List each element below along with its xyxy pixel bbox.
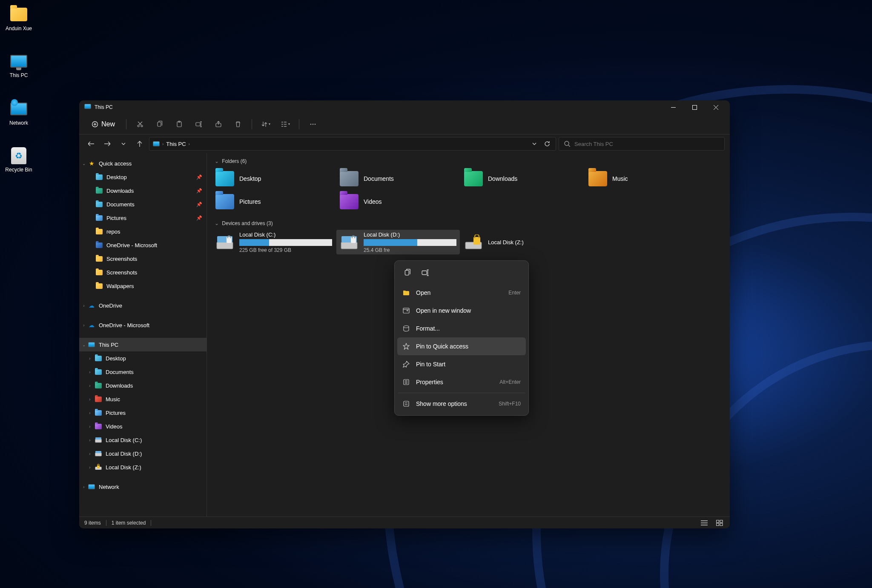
search-input[interactable] xyxy=(574,141,719,147)
sidebar-item-label: OneDrive - Microsoft xyxy=(106,242,157,248)
folder-documents[interactable]: Documents xyxy=(336,168,460,190)
more-button[interactable] xyxy=(304,117,321,132)
folder-icon xyxy=(215,194,234,210)
chevron-right-icon[interactable]: › xyxy=(87,383,93,388)
paste-button[interactable] xyxy=(171,117,188,132)
more-icon xyxy=(402,400,410,408)
folder-desktop[interactable]: Desktop xyxy=(212,168,336,190)
sidebar-onedrive-microsoft[interactable]: › ☁ OneDrive - Microsoft xyxy=(79,318,207,332)
context-menu-open[interactable]: OpenEnter xyxy=(397,284,526,302)
context-menu-open-in-new-window[interactable]: Open in new window xyxy=(397,302,526,320)
sidebar-quick-access[interactable]: ⌄ ★ Quick access xyxy=(79,157,207,170)
chevron-right-icon[interactable]: › xyxy=(87,438,93,442)
new-button[interactable]: New xyxy=(86,117,121,132)
folder-videos[interactable]: Videos xyxy=(336,191,460,213)
details-view-button[interactable] xyxy=(699,519,709,527)
sidebar-item-repos[interactable]: repos xyxy=(79,225,207,238)
folder-downloads[interactable]: Downloads xyxy=(461,168,584,190)
sidebar-item-local-disk-z-[interactable]: ›Local Disk (Z:) xyxy=(79,460,207,474)
sidebar-network[interactable]: › Network xyxy=(79,480,207,494)
sidebar-item-pictures[interactable]: Pictures📌 xyxy=(79,211,207,225)
chevron-right-icon[interactable]: › xyxy=(81,323,87,328)
thumbnails-view-button[interactable] xyxy=(714,519,725,527)
sidebar-item-downloads[interactable]: ›Downloads xyxy=(79,379,207,392)
maximize-button[interactable] xyxy=(684,100,705,114)
minimize-button[interactable] xyxy=(663,100,684,114)
folder-pictures[interactable]: Pictures xyxy=(212,191,336,213)
view-button[interactable]: ▾ xyxy=(277,117,294,132)
sort-button[interactable]: ▾ xyxy=(257,117,274,132)
chevron-right-icon[interactable]: › xyxy=(87,465,93,470)
chevron-down-icon[interactable]: ⌄ xyxy=(81,343,87,347)
sidebar-item-local-disk-d-[interactable]: ›Local Disk (D:) xyxy=(79,447,207,460)
drive-local-disk-z-[interactable]: Local Disk (Z:) xyxy=(461,230,584,254)
address-dropdown[interactable] xyxy=(529,137,539,151)
cut-button[interactable] xyxy=(132,117,149,132)
drive-local-disk-c-[interactable]: Local Disk (C:)225 GB free of 329 GB xyxy=(212,230,336,254)
context-menu-pin-to-start[interactable]: Pin to Start xyxy=(397,355,526,373)
delete-button[interactable] xyxy=(229,117,247,132)
up-button[interactable] xyxy=(133,137,146,151)
sidebar-item-pictures[interactable]: ›Pictures xyxy=(79,406,207,420)
section-folders[interactable]: ⌄ Folders (6) xyxy=(212,157,725,166)
title-bar[interactable]: This PC xyxy=(79,100,730,114)
chevron-right-icon[interactable]: › xyxy=(81,485,87,489)
drive-free-space: 25.4 GB fre xyxy=(364,247,456,253)
sidebar-item-documents[interactable]: ›Documents xyxy=(79,365,207,379)
svg-rect-31 xyxy=(95,437,101,440)
copy-button[interactable] xyxy=(151,117,168,132)
menu-label: Format... xyxy=(416,325,440,332)
chevron-down-icon[interactable]: ⌄ xyxy=(81,161,87,166)
drive-grid: Local Disk (C:)225 GB free of 329 GBLoca… xyxy=(212,230,725,254)
address-bar[interactable]: › This PC › xyxy=(149,137,556,151)
sidebar-item-music[interactable]: ›Music xyxy=(79,392,207,406)
chevron-right-icon[interactable]: › xyxy=(87,411,93,415)
close-button[interactable] xyxy=(705,100,726,114)
context-menu-format-[interactable]: Format... xyxy=(397,320,526,337)
recent-dropdown[interactable] xyxy=(117,137,130,151)
context-copy-button[interactable] xyxy=(400,265,415,280)
sidebar-item-desktop[interactable]: ›Desktop xyxy=(79,351,207,365)
context-menu-pin-to-quick-access[interactable]: Pin to Quick access xyxy=(397,337,526,355)
sidebar-item-downloads[interactable]: Downloads📌 xyxy=(79,184,207,197)
folder-music[interactable]: Music xyxy=(585,168,708,190)
rename-button[interactable] xyxy=(190,117,207,132)
section-drives[interactable]: ⌄ Devices and drives (3) xyxy=(212,219,725,228)
chevron-right-icon[interactable]: › xyxy=(87,397,93,402)
sidebar-item-videos[interactable]: ›Videos xyxy=(79,420,207,433)
context-menu-properties[interactable]: PropertiesAlt+Enter xyxy=(397,373,526,391)
chevron-right-icon[interactable]: › xyxy=(87,370,93,374)
refresh-button[interactable] xyxy=(542,137,552,151)
sidebar-item-desktop[interactable]: Desktop📌 xyxy=(79,170,207,184)
desktop-icon-this-pc[interactable]: This PC xyxy=(2,52,36,78)
forward-button[interactable] xyxy=(100,137,114,151)
sidebar-item-screenshots[interactable]: Screenshots xyxy=(79,265,207,279)
drive-local-disk-d-[interactable]: Local Disk (D:)25.4 GB fre xyxy=(336,230,460,254)
paste-icon xyxy=(176,121,183,128)
sidebar-onedrive[interactable]: › ☁ OneDrive xyxy=(79,299,207,312)
chevron-right-icon[interactable]: › xyxy=(87,424,93,429)
locked-drive-icon xyxy=(464,234,483,250)
svg-rect-44 xyxy=(405,270,409,275)
context-rename-button[interactable] xyxy=(418,265,433,280)
chevron-right-icon[interactable]: › xyxy=(87,356,93,361)
context-menu-show-more[interactable]: Show more options Shift+F10 xyxy=(397,395,526,413)
sidebar-this-pc[interactable]: ⌄ This PC xyxy=(79,338,207,351)
svg-rect-39 xyxy=(341,242,357,249)
svg-point-7 xyxy=(138,125,139,127)
chevron-right-icon[interactable]: › xyxy=(87,451,93,456)
sidebar-item-onedrive-microsoft[interactable]: OneDrive - Microsoft xyxy=(79,238,207,252)
share-button[interactable] xyxy=(210,117,227,132)
desktop-icon-recycle-bin[interactable]: Recycle Bin xyxy=(2,146,36,173)
search-box[interactable] xyxy=(559,137,725,151)
back-button[interactable] xyxy=(84,137,98,151)
chevron-right-icon[interactable]: › xyxy=(81,303,87,308)
desktop-icon-user-folder[interactable]: Anduin Xue xyxy=(2,5,36,31)
sidebar-item-screenshots[interactable]: Screenshots xyxy=(79,252,207,265)
breadcrumb-segment[interactable]: This PC xyxy=(166,141,186,147)
folder-label: Desktop xyxy=(239,175,261,182)
sidebar-item-wallpapers[interactable]: Wallpapers xyxy=(79,279,207,293)
sidebar-item-local-disk-c-[interactable]: ›Local Disk (C:) xyxy=(79,433,207,447)
sidebar-item-documents[interactable]: Documents📌 xyxy=(79,197,207,211)
desktop-icon-network[interactable]: Network xyxy=(2,100,36,126)
